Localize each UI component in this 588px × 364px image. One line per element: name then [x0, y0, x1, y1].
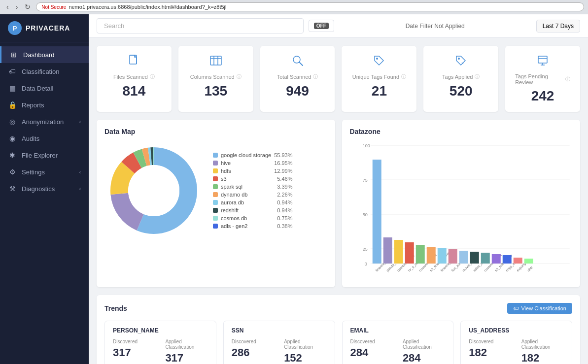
- legend-name-hdfs: hdfs: [221, 168, 271, 174]
- legend-item-adls: adls - gen2 0.38%: [213, 223, 292, 229]
- legend-name-dynamo: dynamo db: [221, 192, 274, 198]
- trend-col-ssn-applied: Applied Classification 152: [284, 339, 326, 364]
- trend-card-person-name: PERSON_NAME Discovered 317 Applied Class…: [104, 321, 216, 364]
- sidebar-item-file-explorer[interactable]: ✱ File Explorer: [0, 147, 89, 164]
- donut-chart-container: google cloud storage 55.93% hive 16.95% …: [104, 141, 327, 240]
- trend-col-email-applied: Applied Classification 284: [403, 339, 445, 364]
- legend-item-redshift: redshift 0.94%: [213, 207, 292, 213]
- sidebar-item-anonymization[interactable]: ◎ Anonymization ‹: [0, 113, 89, 130]
- svg-rect-56: [502, 255, 511, 264]
- last-days-button[interactable]: Last 7 Days: [536, 20, 580, 33]
- svg-point-7: [376, 58, 378, 60]
- legend-pct-gcs: 55.93%: [274, 152, 292, 158]
- stat-card-unique-tags: Unique Tags Found ⓘ 21: [342, 46, 416, 112]
- legend-name-spark: spark sql: [221, 184, 274, 190]
- legend-pct-redshift: 0.94%: [277, 207, 292, 213]
- sidebar-item-reports[interactable]: 🔒 Reports: [0, 97, 89, 113]
- discovered-value-ssn: 286: [232, 346, 274, 359]
- trend-card-title-ssn: SSN: [232, 327, 327, 334]
- trend-cols-address: Discovered 182 Applied Classification 18…: [469, 339, 564, 364]
- toggle-button[interactable]: OFF: [309, 20, 334, 32]
- stat-card-tags-pending: Tags Pending Review ⓘ 242: [505, 46, 580, 112]
- back-button[interactable]: ‹: [4, 2, 11, 12]
- sidebar: P PRIVACERA ⊞ Dashboard 🏷 Classification…: [0, 14, 89, 364]
- logo-text: PRIVACERA: [26, 24, 70, 32]
- legend-item-gcs: google cloud storage 55.93%: [213, 152, 292, 158]
- stats-row: Files Scanned ⓘ 814 Columns Scanned ⓘ 13…: [97, 46, 580, 112]
- trend-card-title-person: PERSON_NAME: [113, 327, 208, 334]
- settings-chevron-icon: ‹: [79, 169, 81, 175]
- legend-dot-gcs: [213, 153, 218, 158]
- legend-dot-spark: [213, 184, 218, 189]
- legend-name-adls: adls - gen2: [221, 223, 274, 229]
- discovered-label-ssn: Discovered: [232, 339, 274, 344]
- sidebar-item-data-detail[interactable]: ▦ Data Detail: [0, 80, 89, 97]
- discovered-label-email: Discovered: [350, 339, 393, 344]
- stat-card-files-scanned: Files Scanned ⓘ 814: [97, 46, 172, 112]
- data-detail-icon: ▦: [8, 84, 17, 92]
- svg-point-8: [458, 58, 460, 60]
- legend-name-cosmos: cosmos db: [221, 215, 274, 221]
- legend-item-aurora: aurora db 0.94%: [213, 199, 292, 205]
- legend-name-gcs: google cloud storage: [221, 152, 271, 158]
- forward-button[interactable]: ›: [13, 2, 21, 12]
- columns-scanned-icon: [209, 54, 223, 70]
- files-scanned-icon: [127, 54, 141, 70]
- discovered-value-email: 284: [350, 346, 393, 359]
- tags-applied-icon: [454, 54, 468, 70]
- diagnostics-chevron-icon: ‹: [79, 186, 81, 192]
- legend-pct-cosmos: 0.75%: [277, 215, 292, 221]
- view-classification-label: View Classification: [521, 305, 566, 311]
- sidebar-label-data-detail: Data Detail: [22, 85, 53, 92]
- sidebar-item-classification[interactable]: 🏷 Classification: [0, 63, 89, 80]
- trend-card-title-address: US_ADDRESS: [469, 327, 564, 334]
- svg-rect-1: [210, 56, 221, 65]
- files-scanned-value: 814: [123, 83, 146, 99]
- legend-pct-hive: 16.95%: [274, 160, 292, 166]
- browser-url-bar[interactable]: Not Secure nemo1.privacera.us:6868/publi…: [36, 2, 584, 11]
- trends-header: Trends 🏷 View Classification: [104, 303, 572, 314]
- applied-label-ssn: Applied Classification: [284, 339, 326, 350]
- app-container: P PRIVACERA ⊞ Dashboard 🏷 Classification…: [0, 14, 588, 364]
- reload-button[interactable]: ↻: [22, 2, 33, 12]
- main-content: Files Scanned ⓘ 814 Columns Scanned ⓘ 13…: [89, 38, 588, 364]
- reports-icon: 🔒: [8, 101, 17, 109]
- trend-cols-ssn: Discovered 286 Applied Classification 15…: [232, 339, 327, 364]
- svg-rect-38: [405, 242, 414, 264]
- svg-rect-44: [437, 248, 446, 264]
- trend-col-person-discovered: Discovered 317: [113, 339, 155, 364]
- svg-text:nhtf: nhtf: [526, 265, 533, 272]
- date-filter-label: Date Filter Not Applied: [339, 23, 531, 30]
- discovered-value-person: 317: [113, 346, 155, 359]
- dashboard-icon: ⊞: [9, 51, 18, 59]
- svg-text:75: 75: [362, 178, 367, 183]
- charts-row: Data Map: [97, 120, 580, 287]
- sidebar-item-audits[interactable]: ◉ Audits: [0, 130, 89, 147]
- sidebar-item-dashboard[interactable]: ⊞ Dashboard: [0, 46, 89, 63]
- stat-card-tags-applied: Tags Applied ⓘ 520: [423, 46, 498, 112]
- search-input[interactable]: [97, 18, 304, 33]
- unique-tags-icon: [372, 54, 386, 70]
- files-scanned-label: Files Scanned ⓘ: [113, 73, 155, 80]
- view-classification-button[interactable]: 🏷 View Classification: [507, 303, 572, 314]
- trend-card-ssn: SSN Discovered 286 Applied Classificatio…: [223, 321, 335, 364]
- sidebar-item-settings[interactable]: ⚙ Settings ‹: [0, 164, 89, 180]
- legend-pct-adls: 0.38%: [277, 223, 292, 229]
- trend-card-title-email: EMAIL: [350, 327, 446, 334]
- stat-card-total-scanned: Total Scanned ⓘ 949: [260, 46, 335, 112]
- tag-icon: 🏷: [513, 305, 519, 311]
- sidebar-item-diagnostics[interactable]: ⚒ Diagnostics ‹: [0, 180, 89, 197]
- trend-col-ssn-discovered: Discovered 286: [232, 339, 274, 364]
- svg-rect-58: [513, 258, 522, 264]
- toggle-off-label: OFF: [314, 23, 329, 29]
- bar-chart-svg: 100 75 50 25 0: [350, 141, 573, 279]
- legend-item-dynamo: dynamo db 2.26%: [213, 192, 292, 198]
- audits-icon: ◉: [8, 134, 17, 142]
- trends-title: Trends: [104, 304, 127, 312]
- url-text: nemo1.privacera.us:6868/public/index.htm…: [69, 4, 226, 10]
- svg-text:50: 50: [362, 212, 367, 217]
- svg-text:100: 100: [362, 143, 370, 148]
- legend-dot-adls: [213, 224, 218, 229]
- legend-item-s3: s3 5.46%: [213, 176, 292, 182]
- browser-nav[interactable]: ‹ › ↻: [4, 2, 33, 12]
